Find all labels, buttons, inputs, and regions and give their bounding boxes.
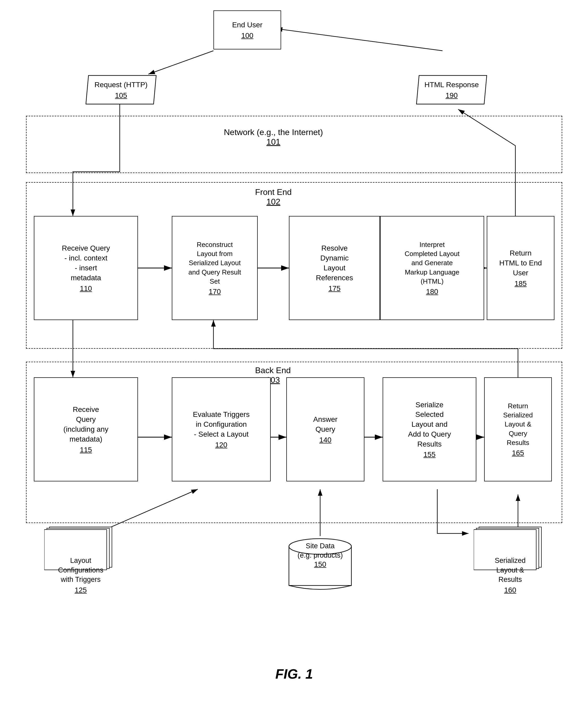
html-response-number: 190: [446, 91, 458, 100]
receive-query-front-box: Receive Query - incl. context - insert m…: [34, 216, 138, 320]
serialized-layout-stack: Serialized Layout & Results 160: [463, 526, 557, 609]
site-data-label: Site Data (e.g. products): [297, 542, 343, 559]
receive-query-back-box: Receive Query (including any metadata) 1…: [34, 377, 138, 481]
front-end-title: Front End 102: [255, 187, 292, 207]
reconstruct-layout-box: Reconstruct Layout from Serialized Layou…: [172, 216, 258, 320]
site-data-number: 150: [314, 560, 326, 568]
serialized-layout-number: 160: [504, 586, 516, 594]
evaluate-triggers-number: 120: [215, 441, 228, 449]
layout-configurations-stack: Layout Configurations with Triggers 125: [34, 526, 128, 609]
diagram: End User 100 Request (HTTP) 105 HTML Res…: [0, 0, 588, 689]
answer-query-label: Answer Query: [313, 414, 337, 434]
reconstruct-layout-number: 170: [209, 288, 221, 296]
serialize-selected-box: Serialize Selected Layout and Add to Que…: [383, 377, 476, 481]
return-html-box: Return HTML to End User 185: [487, 216, 554, 320]
receive-query-back-number: 115: [80, 446, 92, 454]
end-user-number: 100: [241, 32, 254, 40]
serialize-selected-number: 155: [424, 450, 436, 459]
end-user-box: End User 100: [214, 10, 281, 49]
answer-query-box: Answer Query 140: [286, 377, 364, 481]
return-html-label: Return HTML to End User: [499, 248, 542, 278]
interpret-completed-number: 180: [426, 288, 438, 296]
evaluate-triggers-label: Evaluate Triggers in Configuration - Sel…: [193, 410, 250, 439]
resolve-dynamic-label: Resolve Dynamic Layout References: [316, 243, 353, 282]
network-title: Network (e.g., the Internet) 101: [224, 128, 323, 147]
answer-query-number: 140: [319, 436, 332, 444]
request-http-label: Request (HTTP): [95, 80, 148, 90]
site-data-cylinder: Site Data (e.g. products) 150: [276, 520, 364, 609]
layout-configurations-label: Layout Configurations with Triggers: [58, 556, 103, 584]
serialize-selected-label: Serialize Selected Layout and Add to Que…: [408, 400, 451, 449]
figure-label: FIG. 1: [234, 666, 354, 682]
serialized-layout-label: Serialized Layout & Results: [495, 556, 526, 584]
return-html-number: 185: [515, 279, 527, 288]
receive-query-front-number: 110: [80, 284, 92, 293]
return-serialized-box: Return Serialized Layout & Query Results…: [484, 377, 552, 481]
reconstruct-layout-label: Reconstruct Layout from Serialized Layou…: [189, 240, 241, 286]
resolve-dynamic-number: 175: [328, 284, 341, 293]
receive-query-front-label: Receive Query - incl. context - insert m…: [62, 243, 110, 282]
end-user-label: End User: [232, 20, 263, 30]
return-serialized-label: Return Serialized Layout & Query Results: [503, 402, 533, 447]
interpret-completed-box: Interpret Completed Layout and Generate …: [380, 216, 484, 320]
receive-query-back-label: Receive Query (including any metadata): [64, 405, 108, 444]
evaluate-triggers-box: Evaluate Triggers in Configuration - Sel…: [172, 377, 271, 481]
html-response-label: HTML Response: [424, 80, 479, 90]
request-http-box: Request (HTTP) 105: [81, 74, 161, 105]
resolve-dynamic-box: Resolve Dynamic Layout References 175: [289, 216, 380, 320]
return-serialized-number: 165: [512, 449, 524, 457]
layout-configurations-number: 125: [75, 586, 87, 594]
html-response-box: HTML Response 190: [411, 74, 492, 105]
interpret-completed-label: Interpret Completed Layout and Generate …: [404, 240, 459, 286]
request-http-number: 105: [115, 91, 127, 100]
